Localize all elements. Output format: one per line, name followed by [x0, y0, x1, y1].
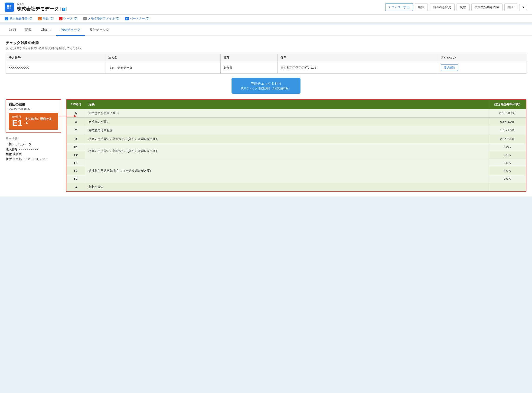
rm-grade-cell: G [67, 182, 85, 191]
tab-credit-check[interactable]: 与信チェック [56, 25, 85, 36]
svg-rect-2 [7, 7, 9, 9]
contacts-icon: C [5, 17, 8, 20]
rm-probability-cell: 5.0% [489, 159, 526, 167]
result-area: 前回の結果 2023/07/28 18:27 RM格付 E1 支払能力に懸念があ… [5, 99, 527, 192]
rm-grade-cell: F3 [67, 175, 85, 182]
show-hierarchy-button[interactable]: 取引先階層を表示 [471, 3, 502, 11]
rm-grade-cell: F1 [67, 159, 85, 167]
share-button[interactable]: 共有 [504, 3, 517, 11]
opportunities-icon: O [38, 17, 42, 20]
rm-definition-cell: 支払能力が非常に高い [85, 109, 489, 117]
rm-col-probability: 想定倒産確率(年間) [489, 100, 526, 109]
cell-action: 選択解除 [438, 62, 527, 74]
more-button[interactable]: ▼ [519, 4, 527, 11]
section-desc: 誤った企業が表示されている場合は選択を解除してください。 [5, 46, 527, 50]
change-owner-button[interactable]: 所有者を変更 [430, 3, 455, 11]
rm-definition-cell: 将来の支払能力に懸念がある(取引には調査が必要) [85, 135, 489, 143]
rm-probability-cell [489, 182, 526, 191]
rm-table-row: E1将来の支払能力に懸念がある(取引には調査が必要)3.0% [67, 143, 526, 151]
rm-probability-cell: 6.0% [489, 167, 526, 175]
rm-grade-cell: A [67, 109, 85, 117]
table-row: XXXXXXXXXX （株）デモデータ 飲食業 東京都〇〇区〇〇町2-11-3 … [6, 62, 527, 74]
main-content: チェック対象の企業 誤った企業が表示されている場合は選択を解除してください。 法… [0, 36, 532, 196]
rm-definition-cell: 支払能力は中程度 [85, 126, 489, 135]
rm-definition-cell: 将来の支払能力に懸念がある(取引には調査が必要) [85, 143, 489, 159]
left-panel: 前回の結果 2023/07/28 18:27 RM格付 E1 支払能力に懸念があ… [5, 99, 61, 162]
rm-table: RM格付 定義 想定倒産確率(年間) A支払能力が非常に高い0.05〜0.1%B… [66, 100, 526, 192]
partners-icon: P [125, 17, 129, 20]
company-table: 法人番号 法人名 業種 住所 アクション XXXXXXXXXX （株）デモデータ… [5, 54, 527, 74]
rm-grade-cell: F2 [67, 167, 85, 175]
header-left: 取引先 株式会社デモデータ 👥 [5, 2, 67, 12]
address-row: 住所 東京都〇〇区〇〇町2-11-3 [5, 157, 61, 161]
rm-definition-cell: 通常取引不適格先(取引には十分な調査が必要) [85, 159, 489, 182]
tab-detail[interactable]: 詳細 [5, 25, 20, 36]
rm-col-grade: RM格付 [67, 100, 85, 109]
cell-corp-number: XXXXXXXXXX [6, 62, 105, 74]
rm-probability-cell: 3.5% [489, 151, 526, 159]
edit-button[interactable]: 編集 [415, 3, 428, 11]
rm-probability-cell: 3.0% [489, 143, 526, 151]
col-header-corp-number: 法人番号 [6, 54, 105, 62]
subnav-notes[interactable]: N メモ＆添付ファイル (0) [83, 16, 120, 21]
basic-info-section: 基本情報 （株）デモデータ 法人番号 XXXXXXXXXX 業種 飲食業 住所 … [5, 137, 61, 161]
rating-grade: E1 [12, 119, 22, 127]
rating-left: RM格付 E1 [12, 115, 22, 127]
rm-definition-cell: 支払能力が高い [85, 117, 489, 126]
hierarchy-icon[interactable]: 👥 [60, 7, 67, 11]
svg-rect-3 [10, 7, 11, 9]
subnav-partners[interactable]: P パートナー (0) [125, 16, 150, 21]
header-title: 株式会社デモデータ 👥 [17, 6, 67, 12]
header-title-group: 取引先 株式会社デモデータ 👥 [17, 2, 67, 12]
subnav-cases[interactable]: C ケース (0) [59, 16, 77, 21]
col-header-corp-name: 法人名 [105, 54, 221, 62]
rm-definition-cell: 判断不能先 [85, 182, 489, 191]
notes-icon: N [83, 17, 87, 20]
rm-col-definition: 定義 [85, 100, 489, 109]
rm-probability-cell: 2.0〜2.5% [489, 135, 526, 143]
rating-label: RM格付 [12, 115, 22, 118]
rm-probability-cell: 1.0〜1.5% [489, 126, 526, 135]
tab-antisocial-check[interactable]: 反社チェック [85, 25, 114, 36]
subnav-contacts[interactable]: C 取引先責任者 (0) [5, 16, 32, 21]
tab-activity[interactable]: 活動 [20, 25, 36, 36]
rm-grade-cell: E2 [67, 151, 85, 159]
rm-table-row: D将来の支払能力に懸念がある(取引には調査が必要)2.0〜2.5% [67, 135, 526, 143]
credit-check-button[interactable]: 与信チェックを行う 残りチェック可能数9回（1回実施済み） [231, 78, 301, 94]
rm-grade-cell: B [67, 117, 85, 126]
rating-desc: 支払能力に懸念がある [25, 117, 55, 125]
deselect-button[interactable]: 選択解除 [441, 64, 458, 71]
rm-table-row: G判断不能先 [67, 182, 526, 191]
basic-info-title: 基本情報 [5, 137, 61, 141]
rm-grade-cell: E1 [67, 143, 85, 151]
rm-grade-cell: C [67, 126, 85, 135]
rm-grade-cell: D [67, 135, 85, 143]
cell-address: 東京都〇〇区〇〇町2-11-3 [278, 62, 438, 74]
follow-button[interactable]: + フォローする [385, 3, 413, 11]
rm-probability-cell: 0.05〜0.1% [489, 109, 526, 117]
cases-icon: C [59, 17, 62, 20]
corp-number-row: 法人番号 XXXXXXXXXX [5, 147, 61, 152]
col-header-action: アクション [438, 54, 527, 62]
svg-rect-0 [7, 5, 9, 7]
header-actions: + フォローする 編集 所有者を変更 削除 取引先階層を表示 共有 ▼ [385, 3, 527, 11]
result-box-title: 前回の結果 [9, 103, 58, 107]
account-icon [5, 3, 14, 12]
result-box-date: 2023/07/28 18:27 [9, 107, 58, 110]
cell-corp-name: （株）デモデータ [105, 62, 221, 74]
industry-row: 業種 飲食業 [5, 152, 61, 156]
rm-table-row: A支払能力が非常に高い0.05〜0.1% [67, 109, 526, 117]
delete-button[interactable]: 削除 [457, 3, 470, 11]
col-header-industry: 業種 [221, 54, 278, 62]
tabs-bar: 詳細 活動 Chatter 与信チェック 反社チェック [0, 25, 532, 36]
rm-table-row: F1通常取引不適格先(取引には十分な調査が必要)5.0% [67, 159, 526, 167]
subnav-opportunities[interactable]: O 商談 (0) [38, 16, 53, 21]
page-header: 取引先 株式会社デモデータ 👥 + フォローする 編集 所有者を変更 削除 取引… [0, 0, 532, 15]
svg-rect-1 [10, 5, 11, 7]
credit-check-btn-wrap: 与信チェックを行う 残りチェック可能数9回（1回実施済み） [5, 78, 527, 94]
tab-chatter[interactable]: Chatter [36, 25, 56, 36]
company-name: （株）デモデータ [5, 142, 61, 146]
section-title: チェック対象の企業 [5, 41, 527, 45]
cell-industry: 飲食業 [221, 62, 278, 74]
rm-table-row: C支払能力は中程度1.0〜1.5% [67, 126, 526, 135]
